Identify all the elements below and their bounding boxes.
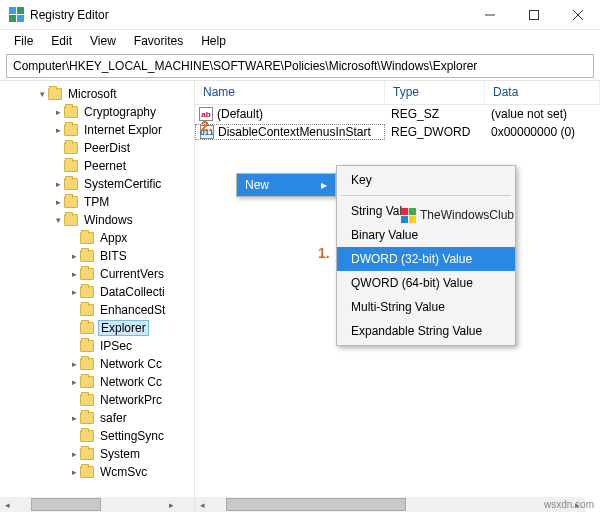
chevron-down-icon[interactable]: ▾: [36, 88, 48, 100]
folder-icon: [64, 160, 78, 172]
tree-item[interactable]: EnhancedSt: [6, 301, 194, 319]
windows-logo-icon: [400, 207, 416, 223]
tree-item[interactable]: PeerDist: [6, 139, 194, 157]
tree-item[interactable]: ▸BITS: [6, 247, 194, 265]
menu-separator: [341, 195, 511, 196]
folder-icon: [80, 376, 94, 388]
menu-file[interactable]: File: [6, 32, 41, 50]
chevron-down-icon[interactable]: ▾: [52, 214, 64, 226]
chevron-right-icon[interactable]: ▸: [68, 412, 80, 424]
menu-view[interactable]: View: [82, 32, 124, 50]
spacer-icon: [68, 394, 80, 406]
folder-icon: [80, 304, 94, 316]
folder-icon: [64, 124, 78, 136]
spacer-icon: [68, 430, 80, 442]
tree-item[interactable]: ▸SystemCertific: [6, 175, 194, 193]
tree-item[interactable]: Peernet: [6, 157, 194, 175]
window-title: Registry Editor: [30, 8, 109, 22]
folder-icon: [80, 232, 94, 244]
menu-favorites[interactable]: Favorites: [126, 32, 191, 50]
tree-item-microsoft[interactable]: ▾Microsoft: [6, 85, 194, 103]
list-hscrollbar[interactable]: ◂▸: [195, 497, 585, 512]
window-controls: [468, 0, 600, 30]
tree-item[interactable]: ▸TPM: [6, 193, 194, 211]
folder-icon: [80, 430, 94, 442]
tree-item[interactable]: ▸CurrentVers: [6, 265, 194, 283]
chevron-right-icon[interactable]: ▸: [68, 250, 80, 262]
chevron-right-icon[interactable]: ▸: [68, 448, 80, 460]
spacer-icon: [68, 322, 80, 334]
address-text: Computer\HKEY_LOCAL_MACHINE\SOFTWARE\Pol…: [13, 59, 477, 73]
chevron-right-icon[interactable]: ▸: [68, 358, 80, 370]
scroll-left-icon[interactable]: ◂: [195, 497, 210, 512]
tree-item[interactable]: ▸DataCollecti: [6, 283, 194, 301]
tree-item[interactable]: ▸Network Cc: [6, 355, 194, 373]
tree-item[interactable]: ▸WcmSvc: [6, 463, 194, 481]
tree-item[interactable]: ▸System: [6, 445, 194, 463]
menu-item-expandstring[interactable]: Expandable String Value: [337, 319, 515, 343]
registry-tree: ▾Microsoft ▸Cryptography ▸Internet Explo…: [0, 85, 194, 481]
tree-item[interactable]: ▸Cryptography: [6, 103, 194, 121]
spacer-icon: [52, 142, 64, 154]
tree-hscrollbar[interactable]: ◂▸: [0, 497, 179, 512]
menubar: File Edit View Favorites Help: [0, 30, 600, 52]
scroll-right-icon[interactable]: ▸: [164, 497, 179, 512]
chevron-right-icon[interactable]: ▸: [68, 268, 80, 280]
col-data[interactable]: Data: [485, 81, 600, 104]
scrollbar-thumb[interactable]: [31, 498, 101, 511]
col-type[interactable]: Type: [385, 81, 485, 104]
chevron-right-icon[interactable]: ▸: [68, 286, 80, 298]
chevron-right-icon[interactable]: ▸: [68, 376, 80, 388]
menu-edit[interactable]: Edit: [43, 32, 80, 50]
tree-item[interactable]: ▸Network Cc: [6, 373, 194, 391]
list-header: Name Type Data: [195, 81, 600, 105]
tree-item[interactable]: ▸safer: [6, 409, 194, 427]
tree-item[interactable]: SettingSync: [6, 427, 194, 445]
folder-icon: [80, 340, 94, 352]
chevron-right-icon[interactable]: ▸: [52, 106, 64, 118]
menu-help[interactable]: Help: [193, 32, 234, 50]
chevron-right-icon[interactable]: ▸: [52, 178, 64, 190]
tree-item[interactable]: ▸Internet Explor: [6, 121, 194, 139]
address-bar[interactable]: Computer\HKEY_LOCAL_MACHINE\SOFTWARE\Pol…: [6, 54, 594, 78]
folder-icon: [80, 448, 94, 460]
menu-item-binary[interactable]: Binary Value: [337, 223, 515, 247]
spacer-icon: [68, 304, 80, 316]
tree-item-windows[interactable]: ▾Windows: [6, 211, 194, 229]
close-button[interactable]: [556, 0, 600, 30]
menu-item-multistring[interactable]: Multi-String Value: [337, 295, 515, 319]
value-row-disablecontextmenus[interactable]: 011DisableContextMenusInStart REG_DWORD …: [195, 123, 600, 141]
folder-icon: [64, 196, 78, 208]
spacer-icon: [52, 160, 64, 172]
folder-icon: [80, 322, 94, 334]
scrollbar-thumb[interactable]: [226, 498, 406, 511]
folder-icon: [80, 286, 94, 298]
spacer-icon: [68, 232, 80, 244]
scroll-left-icon[interactable]: ◂: [0, 497, 15, 512]
chevron-right-icon[interactable]: ▸: [68, 466, 80, 478]
folder-icon: [80, 466, 94, 478]
annotation-2: 2.: [201, 118, 213, 134]
folder-icon: [48, 88, 62, 100]
folder-icon: [64, 214, 78, 226]
minimize-button[interactable]: [468, 0, 512, 30]
folder-icon: [80, 250, 94, 262]
scroll-corner: [179, 497, 194, 512]
tree-item-explorer[interactable]: Explorer: [6, 319, 194, 337]
folder-icon: [80, 358, 94, 370]
tree-item[interactable]: Appx: [6, 229, 194, 247]
maximize-button[interactable]: [512, 0, 556, 30]
spacer-icon: [68, 340, 80, 352]
tree-item[interactable]: NetworkPrc: [6, 391, 194, 409]
chevron-right-icon: ▸: [321, 178, 327, 192]
tree-item[interactable]: IPSec: [6, 337, 194, 355]
menu-item-new[interactable]: New▸: [237, 174, 335, 196]
annotation-1: 1.: [318, 245, 330, 261]
menu-item-dword32[interactable]: DWORD (32-bit) Value: [337, 247, 515, 271]
value-row-default[interactable]: ab(Default) REG_SZ (value not set): [195, 105, 600, 123]
chevron-right-icon[interactable]: ▸: [52, 124, 64, 136]
menu-item-key[interactable]: Key: [337, 168, 515, 192]
menu-item-qword64[interactable]: QWORD (64-bit) Value: [337, 271, 515, 295]
col-name[interactable]: Name: [195, 81, 385, 104]
chevron-right-icon[interactable]: ▸: [52, 196, 64, 208]
